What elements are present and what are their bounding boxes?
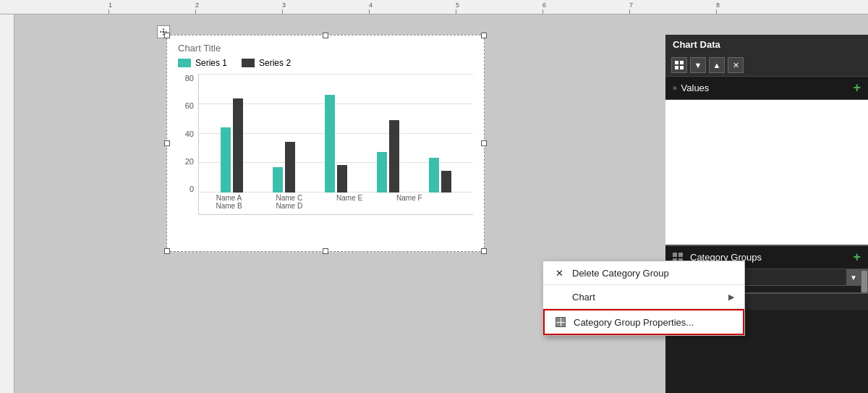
ruler-left [0, 14, 14, 393]
category-groups-add-btn[interactable]: + [853, 250, 861, 265]
bar-group-1 [221, 98, 243, 193]
toolbar-up-btn[interactable]: ▲ [709, 57, 725, 73]
svg-rect-3 [675, 66, 678, 69]
chart-plot: Name A Name B Name C Name D Name E Name … [198, 74, 473, 215]
chart-area: 80 60 40 20 0 [178, 74, 473, 215]
bar-3b [337, 165, 347, 193]
legend-color-series2 [242, 59, 255, 67]
svg-rect-1 [675, 61, 678, 64]
bar-2b [285, 142, 295, 193]
values-section-header[interactable]: » Values + [665, 77, 868, 100]
bar-group-5 [429, 158, 451, 193]
chart-legend: Series 1 Series 2 [178, 58, 473, 68]
delete-icon: ✕ [553, 267, 565, 279]
handle-bottom-right[interactable] [481, 248, 487, 254]
values-label: Values [681, 83, 710, 93]
canvas-area: Chart Title Series 1 Series 2 80 60 40 [14, 14, 868, 393]
context-menu: ✕ Delete Category Group Chart ▶ Category… [542, 261, 745, 336]
bar-4a [377, 152, 387, 193]
handle-middle-right[interactable] [481, 140, 487, 146]
handle-bottom-center[interactable] [323, 248, 328, 254]
svg-rect-5 [673, 253, 677, 257]
bar-1b [233, 98, 243, 193]
handle-bottom-left[interactable] [164, 248, 170, 254]
properties-icon [555, 316, 566, 328]
legend-item-series1: Series 1 [178, 58, 227, 68]
svg-rect-4 [680, 66, 684, 69]
y-axis: 80 60 40 20 0 [178, 74, 198, 215]
panel-title: Chart Data [673, 39, 720, 50]
svg-rect-6 [678, 253, 683, 257]
bar-5a [429, 158, 439, 193]
handle-top-center[interactable] [323, 33, 328, 38]
toolbar-delete-btn[interactable]: ✕ [728, 57, 744, 73]
bar-group-2 [273, 142, 295, 193]
handle-top-left[interactable] [164, 33, 170, 38]
values-area [665, 100, 868, 245]
bar-4b [389, 120, 399, 193]
ruler-top: 1 2 3 4 5 6 7 8 [0, 0, 868, 14]
svg-rect-2 [680, 61, 684, 64]
legend-item-series2: Series 2 [242, 58, 291, 68]
legend-label-series1: Series 1 [195, 58, 227, 68]
delete-label: Delete Category Group [572, 268, 734, 279]
bar-5b [441, 171, 451, 193]
values-add-btn[interactable]: + [853, 80, 861, 96]
chart-icon [553, 291, 565, 303]
properties-label: Category Group Properties... [574, 317, 733, 328]
handle-middle-left[interactable] [164, 140, 170, 146]
scrollbar[interactable] [861, 269, 868, 292]
context-item-chart[interactable]: Chart ▶ [543, 285, 744, 308]
toolbar-down-btn[interactable]: ▼ [690, 57, 706, 73]
chart-title: Chart Title [178, 43, 473, 54]
legend-label-series2: Series 2 [259, 58, 291, 68]
chart-content: Chart Title Series 1 Series 2 80 60 40 [167, 35, 484, 251]
values-chevron: » [673, 84, 677, 92]
bar-1a [221, 127, 231, 193]
context-item-delete[interactable]: ✕ Delete Category Group [543, 261, 744, 284]
scrollbar-thumb [861, 271, 867, 292]
bar-2a [273, 167, 283, 193]
panel-header: Chart Data [665, 35, 868, 54]
bar-3a [325, 95, 335, 193]
panel-toolbar: ▼ ▲ ✕ [665, 54, 868, 77]
handle-top-right[interactable] [481, 33, 487, 38]
bars-container [199, 74, 473, 193]
context-item-properties[interactable]: Category Group Properties... [543, 309, 744, 335]
legend-color-series1 [178, 59, 191, 67]
bar-group-3 [325, 95, 347, 193]
chart-label: Chart [572, 292, 721, 303]
x-labels: Name A Name B Name C Name D Name E Name … [199, 193, 473, 214]
toolbar-grid-btn[interactable] [671, 57, 687, 73]
chart-component[interactable]: Chart Title Series 1 Series 2 80 60 40 [166, 35, 485, 252]
bar-group-4 [377, 120, 399, 193]
chart-arrow: ▶ [728, 292, 734, 302]
right-panel: Chart Data ▼ ▲ ✕ » Values + [665, 35, 868, 393]
